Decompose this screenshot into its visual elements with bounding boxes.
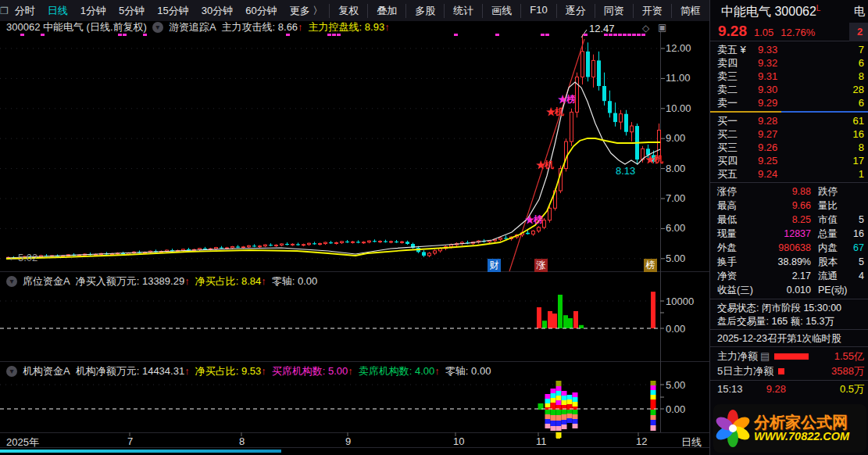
edge-cutoff-box: 2 [849,23,868,41]
logo-site-name: 分析家公式网 [754,414,849,431]
net5-value: 3588万 [784,364,864,378]
stat-row: 最低8.25市值5 [710,213,868,227]
x-axis-month-8: 8 [239,435,245,447]
stat-row: 涨停9.88跌停 [710,185,868,199]
up-arrow-icon: ↑ [298,21,303,33]
diamond-icon[interactable]: ◇ [642,23,649,34]
low-price-label: 8.13 [616,165,635,177]
company-notice[interactable]: 2025-12-23召开第1次临时股 [710,331,868,345]
analyst-formula-site-logo[interactable]: 分析家公式网 WWW.70822.COM [713,404,866,453]
inst-net-ratio: 净买占比: 9.53↑ [195,364,266,378]
chevron-down-icon[interactable]: ▾ [6,276,17,287]
chart-badge-涨: 涨 [534,259,548,272]
quote-panel: 中能电气 300062L 电 2 9.28 1.05 12.76% 卖五 ¥9.… [709,0,868,455]
price-tick-label: 10.00 [666,102,706,114]
sell-level-row[interactable]: 卖四9.326 [710,56,868,70]
inst-panel-header: ▾ 机构资金A 机构净额万元: 14434.31↑ 净买占比: 9.53↑ 买席… [6,364,491,378]
stat-row: 最高9.66量比 [710,199,868,213]
main-net-value: 1.55亿 [809,349,864,364]
buy-level-row[interactable]: 买五9.241 [710,167,868,181]
up-arrow-icon: ↑ [434,365,440,377]
chevron-down-icon[interactable]: ▾ [6,366,17,377]
board-flag: L [816,4,821,13]
inst-net-amount: 机构净额万元: 14434.31↑ [76,364,190,378]
tick-price: 9.28 [766,382,816,396]
stat-row: 净资2.17流通4 [710,269,868,283]
stat-row: 收益(三)0.010PE(动) [710,283,868,297]
buy-level-row[interactable]: 买四9.2517 [710,154,868,167]
tick-time: 15:13 [717,382,766,396]
x-axis-month-12: 12 [636,435,647,447]
price-tick-label: 5.00 [666,253,706,264]
inst-buy-seats: 买席机构数: 5.00↑ [272,364,353,378]
after-hours-volume: 盘后交易量: 165 额: 15.3万 [710,314,868,328]
chart-mark-4: ★机 [645,153,663,167]
price-change-pct: 12.76% [780,27,815,38]
panel-axis-label: 0.00 [666,323,706,335]
panel-axis-label: 10000 [666,296,706,307]
x-axis-period-label: 日线 [681,435,702,450]
x-axis-month-9: 9 [345,435,351,447]
price-tick-label: 12.00 [666,42,706,54]
chart-badge-财: 财 [488,259,501,272]
x-axis-month-11: 11 [536,435,547,447]
sell-levels: 卖五 ¥9.337卖四9.326卖三9.318卖二9.3028卖一9.296 [710,43,868,109]
quote-stock-title[interactable]: 中能电气 300062L [710,0,868,19]
price-tick-label: 7.00 [666,192,706,204]
chart-mark-0: ★机 [536,159,553,172]
panel-axis-label: 5.00 [666,379,706,391]
buy-level-row[interactable]: 买三9.268 [710,141,868,154]
control-line-label: 主力控盘线: 8.93↑ [309,20,390,34]
main-net-row: 主力净额 ▤ 1.55亿 [710,349,868,364]
last-price: 9.28 [718,23,747,40]
chart-mark-3: ★榜 [525,213,542,227]
up-arrow-icon: ↑ [348,365,353,377]
price-tick-label: 6.00 [666,222,706,234]
bid-ask-divider [710,111,868,113]
x-axis-month-10: 10 [453,435,464,447]
quote-price-row: 9.28 1.05 12.76% [710,19,868,39]
sell-level-row[interactable]: 卖一9.296 [710,96,868,109]
up-arrow-icon: ↑ [261,275,266,287]
inst-sell-seats: 卖席机构数: 4.00↑ [359,364,440,378]
chevron-down-icon[interactable]: ▾ [152,22,163,33]
seat-panel-name[interactable]: 席位资金A [23,274,70,288]
next-column-cutoff: 电 [854,5,865,19]
seat-net-ratio: 净买占比: 8.84↑ [195,274,266,288]
symbol-title[interactable]: 300062 中能电气 (日线.前复权) [6,20,147,34]
sell-level-row[interactable]: 卖三9.318 [710,70,868,83]
price-tick-label: 11.00 [666,72,706,84]
up-arrow-icon: ↑ [261,365,266,377]
window-split-icon[interactable]: ▣ [658,22,666,33]
up-arrow-icon: ↑ [384,21,390,33]
price-tick-label: 8.00 [666,163,706,174]
tick-row: 15:13 9.28 0.5万 [710,382,868,396]
panel-axis-label: 0.00 [666,403,706,415]
flower-logo-icon [713,407,752,450]
price-tick-label: 9.00 [666,132,706,144]
inst-panel-name[interactable]: 机构资金A [23,364,70,378]
trade-status: 交易状态: 闭市阶段 15:30:00 [710,301,868,314]
bottom-scroll-strip[interactable] [0,450,281,453]
stat-row: 现量12837总量16 [710,227,868,241]
up-arrow-icon: ↑ [184,365,190,377]
buy-level-row[interactable]: 买一9.2861 [710,114,868,127]
sell-level-row[interactable]: 卖五 ¥9.337 [710,43,868,56]
stat-row: 换手38.89%股本5 [710,255,868,269]
buy-level-row[interactable]: 买二9.2716 [710,127,868,141]
net5-row: 5日主力净额 3588万 [710,364,868,378]
peak-price-label: 12.47 [589,23,615,34]
trading-terminal-window: { "icons": {"pane": "❐", "chevron_circle… [0,0,868,455]
x-axis-year-label: 2025年 [6,435,39,450]
indicator-name[interactable]: 游资追踪A [169,20,216,34]
price-change: 1.05 [754,27,773,38]
list-icon[interactable]: ▤ [760,350,770,362]
quote-stats: 涨停9.88跌停最高9.66量比最低8.25市值5现量12837总量16外盘98… [710,185,868,297]
buy-levels: 买一9.2861买二9.2716买三9.268买四9.2517买五9.241 [710,114,868,181]
stat-row: 外盘980638内盘67 [710,241,868,255]
chart-badge-榜: 榜 [644,259,657,272]
net5-bar [778,368,784,374]
chart-title-row: 300062 中能电气 (日线.前复权) ▾ 游资追踪A 主力攻击线: 8.66… [6,21,390,34]
sell-level-row[interactable]: 卖二9.3028 [710,83,868,96]
chart-mark-2: ★榜 [558,93,575,106]
